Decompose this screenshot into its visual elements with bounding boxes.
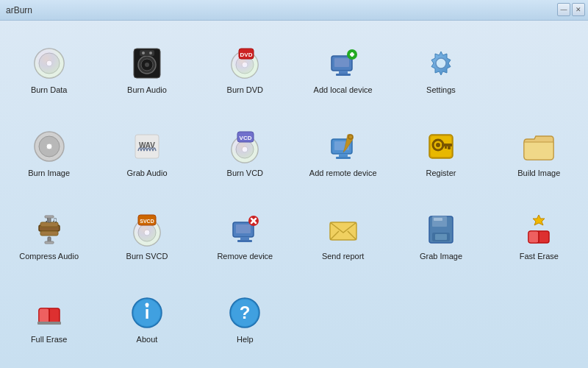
remove-device-label: Remove device xyxy=(217,252,273,261)
add-remote-device-item[interactable]: Add remote device xyxy=(294,111,392,194)
svg-point-10 xyxy=(149,52,152,54)
add-local-device-icon xyxy=(324,44,362,82)
settings-label: Settings xyxy=(426,85,456,95)
send-report-label: Send report xyxy=(322,252,364,261)
svg-rect-54 xyxy=(45,216,54,218)
settings-icon xyxy=(422,44,460,82)
remove-device-icon xyxy=(226,210,264,249)
svg-text:VCD: VCD xyxy=(240,135,252,141)
fast-erase-item[interactable]: Fast Erase xyxy=(490,194,588,277)
svg-rect-85 xyxy=(37,322,61,325)
build-image-icon xyxy=(520,127,558,166)
add-local-device-item[interactable]: Add local device xyxy=(294,28,392,111)
full-erase-icon xyxy=(30,294,68,332)
grab-image-icon xyxy=(422,210,460,249)
full-erase-label: Full Erase xyxy=(31,335,68,344)
grab-audio-item[interactable]: WAV Grab Audio xyxy=(98,111,196,194)
burn-vcd-icon: VCD xyxy=(226,127,264,166)
svg-rect-45 xyxy=(442,144,452,146)
svg-rect-56 xyxy=(45,241,54,244)
svg-point-9 xyxy=(142,52,145,54)
register-icon xyxy=(422,127,460,166)
svg-point-27 xyxy=(46,144,52,149)
grab-audio-label: Grab Audio xyxy=(126,169,167,178)
svg-rect-83 xyxy=(39,308,49,323)
svg-point-89 xyxy=(145,302,148,306)
svg-point-44 xyxy=(436,143,440,147)
grab-audio-icon: WAV xyxy=(128,127,166,166)
add-remote-device-icon xyxy=(324,127,362,166)
svg-rect-47 xyxy=(445,146,447,149)
svg-rect-23 xyxy=(351,52,353,57)
full-erase-item[interactable]: Full Erase xyxy=(0,277,98,361)
svg-rect-80 xyxy=(528,231,539,243)
burn-audio-label: Burn Audio xyxy=(127,85,167,95)
burn-vcd-label: Burn VCD xyxy=(227,169,264,178)
about-label: About xyxy=(137,335,158,344)
svg-rect-64 xyxy=(236,224,251,233)
add-local-device-label: Add local device xyxy=(314,85,373,95)
burn-image-item[interactable]: Burn Image xyxy=(0,111,98,194)
svg-rect-20 xyxy=(336,74,351,76)
about-item[interactable]: i About xyxy=(98,277,196,361)
burn-data-item[interactable]: Burn Data xyxy=(0,28,98,111)
svg-rect-46 xyxy=(448,146,451,149)
burn-data-label: Burn Data xyxy=(31,85,68,95)
burn-image-icon xyxy=(30,127,68,166)
burn-svcd-icon: SVCD xyxy=(128,210,166,249)
svg-point-24 xyxy=(436,58,446,68)
burn-image-label: Burn Image xyxy=(28,169,70,178)
register-label: Register xyxy=(426,169,456,178)
compress-audio-item[interactable]: ♪ ♫ Compress Audio xyxy=(0,194,98,277)
burn-vcd-item[interactable]: VCD Burn VCD xyxy=(196,111,294,194)
title-bar: arBurn — ✕ xyxy=(0,0,588,21)
svg-rect-18 xyxy=(334,58,349,67)
svg-marker-78 xyxy=(533,215,545,225)
grab-image-label: Grab Image xyxy=(420,252,462,261)
svg-rect-39 xyxy=(336,157,351,159)
burn-svcd-label: Burn SVCD xyxy=(126,252,168,261)
burn-dvd-label: Burn DVD xyxy=(227,85,264,95)
icon-grid: Burn Data Burn Audio DVD xyxy=(0,21,588,368)
burn-dvd-item[interactable]: DVD Burn DVD xyxy=(196,28,294,111)
help-icon: ? xyxy=(226,294,264,332)
svg-rect-50 xyxy=(40,231,58,236)
app-title: arBurn xyxy=(6,5,32,15)
remove-device-item[interactable]: Remove device xyxy=(196,194,294,277)
svg-rect-66 xyxy=(237,240,252,242)
build-image-item[interactable]: Build Image xyxy=(490,111,588,194)
svg-rect-75 xyxy=(434,218,442,221)
svg-text:WAV: WAV xyxy=(139,141,155,149)
add-remote-device-label: Add remote device xyxy=(309,169,377,178)
svg-rect-77 xyxy=(435,234,447,240)
burn-audio-icon xyxy=(128,44,166,82)
fast-erase-icon xyxy=(520,210,558,249)
compress-audio-icon: ♪ ♫ xyxy=(30,210,68,249)
svg-text:SVCD: SVCD xyxy=(140,219,154,224)
build-image-label: Build Image xyxy=(517,169,560,178)
minimize-button[interactable]: — xyxy=(557,3,570,16)
help-item[interactable]: ? Help xyxy=(196,277,294,361)
grab-image-item[interactable]: Grab Image xyxy=(392,194,490,277)
register-item[interactable]: Register xyxy=(392,111,490,194)
settings-item[interactable]: Settings xyxy=(392,28,490,111)
burn-data-icon xyxy=(30,44,68,82)
burn-dvd-icon: DVD xyxy=(226,44,264,82)
burn-audio-item[interactable]: Burn Audio xyxy=(98,28,196,111)
svg-text:DVD: DVD xyxy=(240,52,253,58)
svg-point-3 xyxy=(35,49,64,78)
about-icon: i xyxy=(128,294,166,332)
compress-audio-label: Compress Audio xyxy=(19,252,79,261)
send-report-item[interactable]: Send report xyxy=(294,194,392,277)
close-button[interactable]: ✕ xyxy=(572,3,585,16)
window-controls: — ✕ xyxy=(557,3,585,16)
send-report-icon xyxy=(324,210,362,249)
svg-text:?: ? xyxy=(240,302,251,322)
help-label: Help xyxy=(237,335,254,344)
fast-erase-label: Fast Erase xyxy=(520,252,559,261)
burn-svcd-item[interactable]: SVCD Burn SVCD xyxy=(98,194,196,277)
svg-point-7 xyxy=(145,63,149,67)
